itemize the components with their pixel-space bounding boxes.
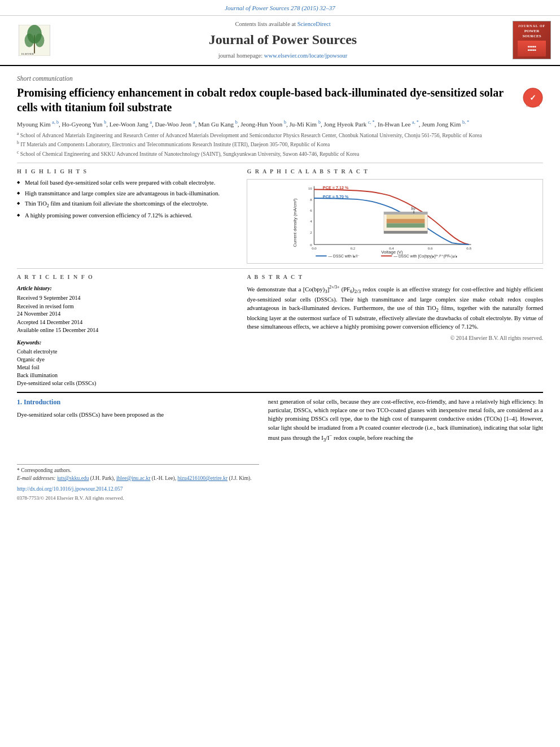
svg-text:0.6: 0.6 <box>428 246 433 250</box>
email-kim[interactable]: hizu4216100@etrire.kr <box>177 475 228 481</box>
chart-container: Current density (mA/cm²) Voltage (V) 0 2… <box>250 182 540 261</box>
svg-text:PCE = 7.12 %: PCE = 7.12 % <box>323 185 349 190</box>
graphical-abstract-heading: G R A P H I C A L A B S T R A C T <box>247 168 543 176</box>
article-info-heading: A R T I C L E I N F O <box>17 273 238 281</box>
svg-point-3 <box>25 33 34 47</box>
revised-date: Received in revised form24 November 2014 <box>17 303 238 318</box>
keyword-3: Metal foil <box>17 364 238 372</box>
keyword-1: Cobalt electrolyte <box>17 348 238 356</box>
svg-text:— DSSC with I₃/I⁻: — DSSC with I₃/I⁻ <box>329 255 360 259</box>
svg-text:4: 4 <box>310 220 313 224</box>
journal-title-main: Journal of Power Sources <box>60 30 506 50</box>
copyright-line: © 2014 Elsevier B.V. All rights reserved… <box>247 334 543 342</box>
keywords-label: Keywords: <box>17 339 238 347</box>
elsevier-tree-icon: ELSEVIER <box>18 25 51 56</box>
journal-logo-right: JOURNAL OF POWER SOURCES ■■■■■■■■■■ <box>506 21 551 59</box>
homepage-link[interactable]: www.elsevier.com/locate/jpowsour <box>264 53 347 59</box>
sciencedirect-link[interactable]: ScienceDirect <box>298 21 331 27</box>
crossmark-badge[interactable]: ✓ CrossMark <box>523 88 543 108</box>
svg-rect-27 <box>387 215 425 219</box>
intro-para-right: next generation of solar cells, because … <box>268 397 543 443</box>
corresponding-authors-label: * Corresponding authors. <box>17 467 259 474</box>
highlights-section: H I G H L I G H T S Metal foil based dye… <box>17 168 238 264</box>
highlight-item-4: A highly promising power conversion effi… <box>17 212 238 220</box>
svg-rect-26 <box>384 231 427 234</box>
main-content: Short communication Promising efficiency… <box>0 66 560 506</box>
email-lee[interactable]: ihlee@jnu.ac.kr <box>116 475 150 481</box>
elsevier-logo: ELSEVIER <box>9 25 60 56</box>
issn-line: 0378-7753/© 2014 Elsevier B.V. All right… <box>17 495 259 502</box>
abstract-text: We demonstrate that a [Co(bpy)3]2+/3+ (P… <box>247 285 543 331</box>
keywords-section: Keywords: Cobalt electrolyte Organic dye… <box>17 339 238 387</box>
journal-top-bar: Journal of Power Sources 278 (2015) 32–3… <box>0 0 560 16</box>
crossmark-icon: ✓ CrossMark <box>523 88 543 108</box>
header-band: ELSEVIER Contents lists available at Sci… <box>0 16 560 66</box>
email-park[interactable]: juts@skku.edu <box>57 475 89 481</box>
affiliation-b: b IT Materials and Components Laboratory… <box>17 140 543 148</box>
article-title: Promising efficiency enhancement in coba… <box>17 85 543 115</box>
sciencedirect-line: Contents lists available at ScienceDirec… <box>60 20 506 29</box>
article-info-abstract-row: A R T I C L E I N F O Article history: R… <box>17 273 543 387</box>
svg-text:0.2: 0.2 <box>351 246 355 250</box>
highlights-list: Metal foil based dye-sensitized solar ce… <box>17 179 238 219</box>
thick-divider <box>17 392 543 393</box>
highlight-item-2: High transmittance and large complex siz… <box>17 190 238 198</box>
svg-text:✓: ✓ <box>530 94 536 102</box>
journal-name-top: Journal of Power Sources 278 (2015) 32–3… <box>225 5 335 11</box>
affiliations: a School of Advanced Materials Engineeri… <box>17 131 543 158</box>
svg-text:Current density (mA/cm²): Current density (mA/cm²) <box>293 198 298 247</box>
svg-rect-25 <box>384 212 427 215</box>
svg-text:hν: hν <box>412 206 416 212</box>
email-addresses-line: E-mail addresses: juts@skku.edu (J.H. Pa… <box>17 475 259 482</box>
abstract-section: A B S T R A C T We demonstrate that a [C… <box>247 273 543 387</box>
svg-rect-29 <box>387 224 425 228</box>
divider-2 <box>17 268 543 269</box>
accepted-date: Accepted 14 December 2014 <box>17 318 238 326</box>
homepage-label: journal homepage: <box>218 53 262 59</box>
keywords-list: Cobalt electrolyte Organic dye Metal foi… <box>17 348 238 387</box>
graphical-abstract-section: G R A P H I C A L A B S T R A C T Curren… <box>247 168 543 264</box>
graphical-abstract-area: Current density (mA/cm²) Voltage (V) 0 2… <box>247 179 543 264</box>
introduction-section: 1. Introduction Dye-sensitized solar cel… <box>17 397 543 502</box>
svg-text:6: 6 <box>310 208 313 212</box>
svg-text:0.4: 0.4 <box>390 246 395 250</box>
keyword-4: Back illumination <box>17 372 238 379</box>
keyword-2: Organic dye <box>17 356 238 364</box>
doi-line[interactable]: http://dx.doi.org/10.1016/j.jpowsour.201… <box>17 486 259 493</box>
intro-right: next generation of solar cells, because … <box>268 397 543 502</box>
footnotes-area: * Corresponding authors. E-mail addresse… <box>17 464 259 483</box>
email-label: E-mail addresses: <box>17 475 56 481</box>
svg-text:ELSEVIER: ELSEVIER <box>21 53 34 55</box>
highlight-item-1: Metal foil based dye-sensitized solar ce… <box>17 179 238 187</box>
highlight-item-3: Thin TiO2 film and titanium foil allevia… <box>17 200 238 209</box>
affiliation-a: a School of Advanced Materials Engineeri… <box>17 131 543 139</box>
svg-text:0.0: 0.0 <box>312 246 317 250</box>
svg-text:CrossMark: CrossMark <box>526 104 540 107</box>
svg-text:8: 8 <box>310 198 313 202</box>
intro-para-left: Dye-sensitized solar cells (DSSCs) have … <box>17 410 259 419</box>
keyword-5: Dye-sensitized solar cells (DSSCs) <box>17 379 238 387</box>
svg-text:0.8: 0.8 <box>467 246 472 250</box>
homepage-line: journal homepage: www.elsevier.com/locat… <box>60 52 506 60</box>
article-info-section: A R T I C L E I N F O Article history: R… <box>17 273 238 387</box>
intro-left: 1. Introduction Dye-sensitized solar cel… <box>17 397 259 502</box>
highlights-graphical-row: H I G H L I G H T S Metal foil based dye… <box>17 168 543 264</box>
article-type-label: Short communication <box>17 74 543 83</box>
article-history-label: Article history: <box>17 285 238 292</box>
journal-logo-box: JOURNAL OF POWER SOURCES ■■■■■■■■■■ <box>513 21 551 59</box>
svg-text:2: 2 <box>310 230 312 234</box>
svg-text:10: 10 <box>308 187 312 191</box>
svg-text:PCE = 5.70 %: PCE = 5.70 % <box>323 194 349 199</box>
affiliation-c: c School of Chemical Engineering and SKK… <box>17 150 543 158</box>
received-date: Received 9 September 2014 <box>17 294 238 302</box>
svg-rect-28 <box>387 219 425 224</box>
sciencedirect-label: Contents lists available at <box>235 21 296 27</box>
authors: Myoung Kim a, b, Ho-Gyeong Yun b, Lee-Wo… <box>17 119 543 129</box>
title-wrapper: Promising efficiency enhancement in coba… <box>17 85 543 115</box>
divider-1 <box>17 163 543 163</box>
highlights-heading: H I G H L I G H T S <box>17 168 238 176</box>
jv-chart: Current density (mA/cm²) Voltage (V) 0 2… <box>250 182 540 261</box>
header-center: Contents lists available at ScienceDirec… <box>60 20 506 60</box>
section-1-label: 1. Introduction <box>17 397 259 407</box>
abstract-heading: A B S T R A C T <box>247 273 543 281</box>
